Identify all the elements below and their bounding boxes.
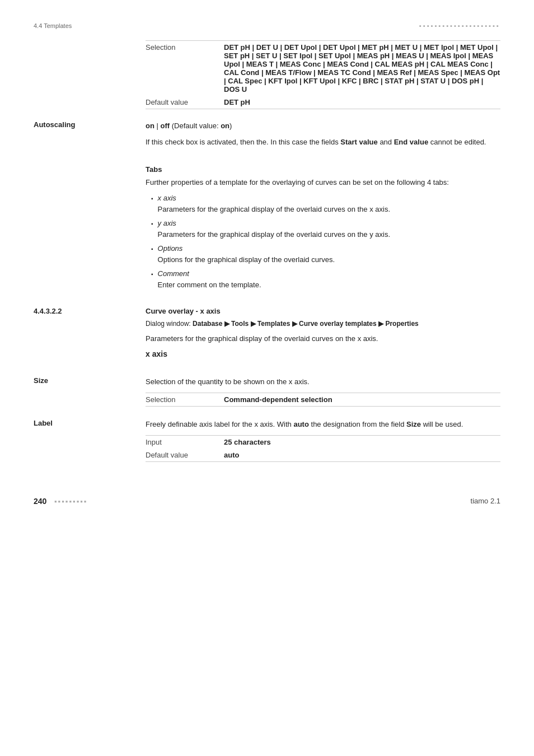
autoscaling-on: on: [146, 122, 154, 130]
section-title: Curve overlay - x axis: [146, 307, 221, 315]
label-heading: Label: [34, 419, 53, 427]
autoscaling-default: on: [221, 122, 229, 130]
footer-left: 240 ▪▪▪▪▪▪▪▪▪: [34, 497, 87, 506]
autoscaling-heading: Autoscaling: [34, 120, 75, 129]
page-header: 4.4 Templates ▪▪▪▪▪▪▪▪▪▪▪▪▪▪▪▪▪▪▪▪▪: [34, 22, 500, 29]
list-item: ▪ x axis Parameters for the graphical di…: [151, 193, 500, 214]
bullet-icon-3: ▪: [151, 245, 153, 253]
list-item: ▪ y axis Parameters for the graphical di…: [151, 218, 500, 240]
size-selection-value: Command-dependent selection: [224, 393, 500, 406]
bullet-content-3: Options Options for the graphical displa…: [158, 243, 335, 265]
page-number: 240: [34, 497, 46, 506]
selection-value: DET pH | DET U | DET Upol | DET Upol | M…: [224, 41, 500, 96]
curve-overlay-section: 4.4.3.2.2 Curve overlay - x axis Dialog …: [34, 307, 500, 367]
size-section: Size Selection of the quantity to be sho…: [34, 376, 500, 410]
section-right: Dialog window: Database ▶ Tools ▶ Templa…: [146, 319, 500, 364]
size-selection-label: Selection: [146, 393, 224, 406]
list-item: ▪ Comment Enter comment on the template.: [151, 268, 500, 290]
bullet-label-2: y axis: [158, 218, 391, 229]
bullet-content-4: Comment Enter comment on the template.: [158, 268, 261, 290]
bullet-icon-2: ▪: [151, 220, 153, 228]
size-heading: Size: [34, 376, 48, 385]
bullet-desc-4: Enter comment on the template.: [158, 279, 261, 291]
label-default-label: Default value: [146, 449, 224, 462]
autoscaling-left: Autoscaling: [34, 120, 146, 153]
list-item: ▪ Options Options for the graphical disp…: [151, 243, 500, 265]
end-value-bold: End value: [394, 138, 428, 146]
autoscaling-description: If this check box is activated, then the…: [146, 137, 500, 148]
selection-table-section: Selection DET pH | DET U | DET Upol | DE…: [146, 40, 500, 109]
product-name: tiamo 2.1: [471, 497, 500, 505]
size-table: Selection Command-dependent selection: [146, 393, 500, 407]
section-number-left: 4.4.3.2.2: [34, 307, 146, 315]
bullet-desc-3: Options for the graphical display of the…: [158, 254, 335, 265]
bullet-label-3: Options: [158, 243, 335, 254]
size-right: Selection of the quantity to be shown on…: [146, 376, 500, 407]
label-default-value: auto: [224, 449, 500, 462]
bullet-content-1: x axis Parameters for the graphical disp…: [158, 193, 391, 214]
bullet-label-1: x axis: [158, 193, 391, 204]
section-left-empty: [34, 319, 146, 364]
selection-label: Selection: [146, 41, 224, 96]
tabs-description: Further properties of a template for the…: [146, 177, 500, 189]
label-section: Label Freely definable axis label for th…: [34, 419, 500, 465]
header-left: 4.4 Templates: [34, 22, 72, 29]
bullet-desc-2: Parameters for the graphical display of …: [158, 229, 391, 240]
autoscaling-right: on | off (Default value: on) If this che…: [146, 120, 500, 153]
page-footer: 240 ▪▪▪▪▪▪▪▪▪ tiamo 2.1: [34, 497, 500, 506]
dialog-note: Dialog window: Database ▶ Tools ▶ Templa…: [146, 319, 500, 329]
tabs-heading: Tabs: [146, 165, 500, 174]
section-title-right: Curve overlay - x axis: [146, 307, 500, 315]
footer-dots: ▪▪▪▪▪▪▪▪▪: [54, 497, 87, 506]
size-description: Selection of the quantity to be shown on…: [146, 376, 500, 388]
bullet-content-2: y axis Parameters for the graphical disp…: [158, 218, 391, 240]
label-left: Label: [34, 419, 146, 462]
selection-table: Selection DET pH | DET U | DET Upol | DE…: [146, 40, 500, 109]
size-bold: Size: [406, 420, 421, 428]
autoscaling-off: off: [161, 122, 170, 130]
bullet-icon-4: ▪: [151, 270, 153, 278]
tabs-left: [34, 165, 146, 295]
autoscaling-on-off: on | off (Default value: on): [146, 120, 500, 132]
default-value-label: Default value: [146, 96, 224, 109]
label-table: Input 25 characters Default value auto: [146, 435, 500, 462]
start-value-bold: Start value: [340, 138, 377, 146]
section-description: Parameters for the graphical display of …: [146, 333, 500, 345]
bullet-desc-1: Parameters for the graphical display of …: [158, 204, 391, 215]
tabs-list: ▪ x axis Parameters for the graphical di…: [151, 193, 500, 290]
label-right: Freely definable axis label for the x ax…: [146, 419, 500, 462]
tabs-section: Tabs Further properties of a template fo…: [34, 165, 500, 298]
section-number: 4.4.3.2.2: [34, 307, 62, 315]
label-input-value: 25 characters: [224, 435, 500, 449]
tabs-right: Tabs Further properties of a template fo…: [146, 165, 500, 295]
bullet-label-4: Comment: [158, 268, 261, 279]
header-dots: ▪▪▪▪▪▪▪▪▪▪▪▪▪▪▪▪▪▪▪▪▪: [419, 22, 500, 29]
auto-bold: auto: [293, 420, 308, 428]
bullet-icon-1: ▪: [151, 194, 153, 203]
label-description: Freely definable axis label for the x ax…: [146, 419, 500, 431]
dialog-path: Database ▶ Tools ▶ Templates ▶ Curve ove…: [193, 320, 419, 328]
default-value-value: DET pH: [224, 96, 500, 109]
label-input-label: Input: [146, 435, 224, 449]
size-left: Size: [34, 376, 146, 407]
autoscaling-section: Autoscaling on | off (Default value: on)…: [34, 120, 500, 156]
axis-heading: x axis: [146, 349, 500, 358]
